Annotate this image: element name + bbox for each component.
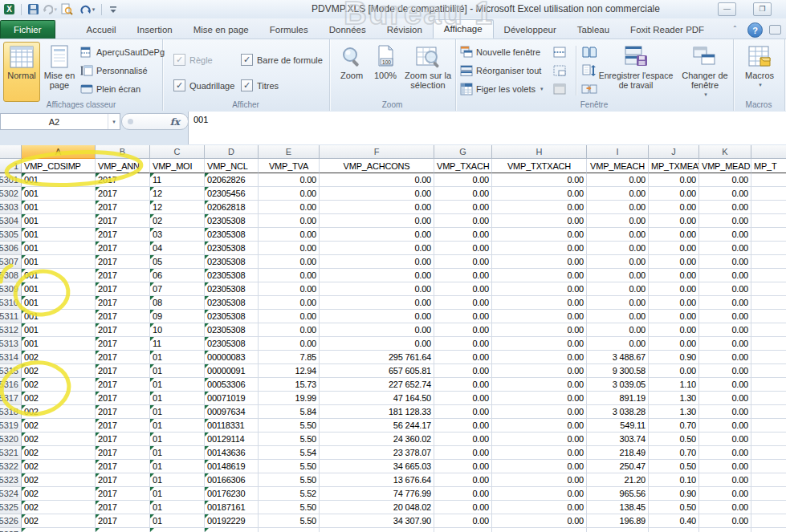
row-header-5314[interactable]: 5314	[0, 351, 22, 364]
grid-cell[interactable]: 5.52	[259, 487, 320, 501]
grid-cell[interactable]: 21.20	[587, 473, 649, 487]
grid-cell[interactable]: 0.00	[492, 392, 587, 405]
grid-cell[interactable]: 0.00	[320, 296, 434, 310]
grid-cell[interactable]: 965.56	[587, 487, 649, 501]
grid-cell[interactable]: 0.00	[587, 255, 649, 269]
row-header-5317[interactable]: 5317	[0, 392, 22, 405]
grid-cell[interactable]: 001	[22, 282, 96, 296]
grid-cell[interactable]: 2017	[96, 487, 150, 501]
grid-cell[interactable]: 0.00	[259, 242, 320, 255]
grid-cell[interactable]: 00000083	[205, 351, 259, 364]
grid-cell[interactable]: 0.00	[320, 187, 434, 201]
grid-cell[interactable]: 0.00	[649, 255, 699, 269]
grid-cell[interactable]: 04	[150, 242, 205, 255]
grid-cell[interactable]: 0.00	[492, 351, 587, 364]
tab-d-veloppeur[interactable]: Développeur	[494, 21, 567, 39]
grid-cell[interactable]: 0.00	[699, 419, 751, 433]
grid-cell[interactable]: 0.00	[259, 282, 320, 296]
grid-cell[interactable]: 0.00	[649, 201, 699, 214]
tab-mise-en-page[interactable]: Mise en page	[183, 21, 259, 39]
grid-cell[interactable]: 0.00	[699, 487, 751, 501]
grid-cell[interactable]: 0.00	[434, 433, 492, 446]
grid-cell[interactable]: 0.00	[587, 173, 649, 187]
grid-cell[interactable]: 5.50	[259, 433, 320, 446]
grid-cell[interactable]: 1.10	[649, 378, 699, 392]
grid-cell[interactable]: 0.00	[649, 242, 699, 255]
grid-cell[interactable]: 0.00	[492, 255, 587, 269]
grid-cell[interactable]: 0.00	[649, 364, 699, 378]
checkbox-formula-bar[interactable]: ✓ Barre de formule	[241, 54, 323, 66]
grid-cell[interactable]: 34 307.90	[320, 514, 434, 528]
column-header-B[interactable]: B	[96, 145, 150, 159]
grid-cell[interactable]: 0.00	[259, 201, 320, 214]
grid-cell[interactable]: 0.00	[699, 446, 751, 460]
grid-cell[interactable]: 0.00	[434, 514, 492, 528]
grid-cell[interactable]: 01	[150, 446, 205, 460]
grid-cell[interactable]: 0.00	[587, 187, 649, 201]
column-header-E[interactable]: E	[259, 145, 320, 159]
grid-cell[interactable]	[751, 473, 786, 487]
grid-cell[interactable]: 181 128.33	[320, 405, 434, 419]
grid-cell[interactable]: 12	[150, 187, 205, 201]
grid-cell[interactable]: 00148619	[205, 460, 259, 473]
grid-cell[interactable]: 0.00	[699, 433, 751, 446]
grid-cell[interactable]: 0.00	[434, 214, 492, 228]
grid-cell[interactable]: 2017	[96, 473, 150, 487]
grid-cell[interactable]: 1.30	[649, 405, 699, 419]
grid-cell[interactable]: 2017	[96, 323, 150, 337]
grid-cell[interactable]: 0.00	[434, 405, 492, 419]
grid-cell[interactable]: 2017	[96, 501, 150, 514]
grid-cell[interactable]: 0.00	[649, 187, 699, 201]
tab-donn-es[interactable]: Données	[319, 21, 377, 39]
grid-cell[interactable]: 5.50	[259, 419, 320, 433]
grid-cell[interactable]: 00143636	[205, 446, 259, 460]
grid-cell[interactable]: 0.00	[492, 514, 587, 528]
column-header-I[interactable]: I	[587, 145, 649, 159]
grid-cell[interactable]: 20 048.02	[320, 501, 434, 514]
row-header-5326[interactable]: 5326	[0, 514, 22, 528]
grid-cell[interactable]: 01	[150, 487, 205, 501]
grid-cell[interactable]	[259, 528, 320, 532]
grid-cell[interactable]: VMP_MEACH	[587, 159, 649, 173]
grid-cell[interactable]: 09	[150, 310, 205, 323]
zoom-to-selection-button[interactable]: Zoom sur la sélection	[402, 42, 454, 102]
grid-cell[interactable]: 0.00	[259, 187, 320, 201]
grid-cell[interactable]: 0.00	[649, 323, 699, 337]
grid-cell[interactable]: 02305308	[205, 337, 259, 351]
grid-cell[interactable]: 07	[150, 282, 205, 296]
grid-cell[interactable]: 0.00	[492, 173, 587, 187]
grid-cell[interactable]: 02305308	[205, 282, 259, 296]
grid-cell[interactable]	[751, 269, 786, 282]
custom-views-button[interactable]: Personnalisé	[80, 64, 148, 77]
grid-cell[interactable]: 0.00	[699, 187, 751, 201]
grid-cell[interactable]: 002	[22, 446, 96, 460]
grid-cell[interactable]: 001	[22, 296, 96, 310]
hide-window-button[interactable]	[553, 64, 566, 77]
row-header-5310[interactable]: 5310	[0, 296, 22, 310]
grid-cell[interactable]: 0.00	[434, 501, 492, 514]
grid-cell[interactable]: 0.00	[492, 337, 587, 351]
grid-cell[interactable]: 2017	[96, 242, 150, 255]
grid-cell[interactable]: 0.00	[434, 310, 492, 323]
grid-cell[interactable]: 0.00	[699, 296, 751, 310]
grid-cell[interactable]: 0.70	[649, 446, 699, 460]
redo-icon-disabled[interactable]: ▾	[43, 2, 57, 17]
grid-cell[interactable]: 2017	[96, 364, 150, 378]
grid-cell[interactable]: 0.00	[649, 337, 699, 351]
grid-cell[interactable]	[205, 528, 259, 532]
column-header-C[interactable]: C	[150, 145, 205, 159]
grid-cell[interactable]: 2017	[96, 392, 150, 405]
grid-cell[interactable]: 001	[22, 228, 96, 242]
grid-cell[interactable]: 2017	[96, 255, 150, 269]
grid-cell[interactable]: VMP_MEAD	[699, 159, 751, 173]
grid-cell[interactable]: 0.10	[649, 473, 699, 487]
grid-cell[interactable]: 0.00	[699, 269, 751, 282]
grid-cell[interactable]: 002	[22, 501, 96, 514]
grid-cell[interactable]: 0.00	[320, 282, 434, 296]
grid-cell[interactable]: 0.00	[587, 269, 649, 282]
switch-windows-button[interactable]: Changer de fenêtre ▾	[678, 42, 731, 102]
grid-cell[interactable]: 7.85	[259, 351, 320, 364]
row-header-5311[interactable]: 5311	[0, 310, 22, 323]
grid-cell[interactable]: 2017	[96, 351, 150, 364]
grid-cell[interactable]: 0.50	[649, 460, 699, 473]
